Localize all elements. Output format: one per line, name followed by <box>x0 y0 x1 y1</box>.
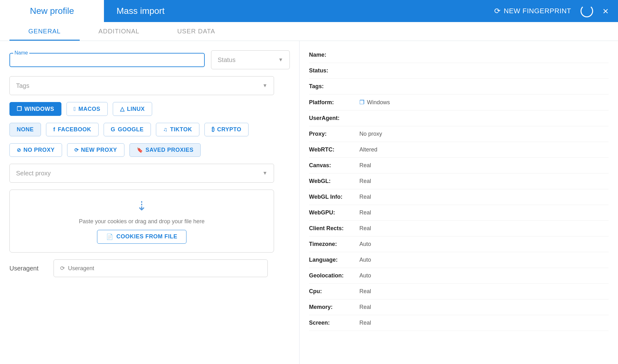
tab-general[interactable]: GENERAL <box>9 22 80 41</box>
bitcoin-icon: ₿ <box>212 126 215 133</box>
reload-icon[interactable] <box>581 5 593 17</box>
tab-additional[interactable]: ADDITIONAL <box>80 22 158 41</box>
info-label-useragent: UserAgent: <box>309 115 359 122</box>
info-row: Platform: ❐ Windows <box>309 94 609 111</box>
useragent-input[interactable] <box>68 265 261 272</box>
proxy-select[interactable]: Select proxy ▼ <box>9 164 274 183</box>
name-label: Name <box>13 50 29 56</box>
browser-tiktok-button[interactable]: ♫ TIKTOK <box>156 123 199 136</box>
info-value-webgpu: Real <box>359 209 371 216</box>
main-content: Name Status ▼ Tags ▼ ❐ WINDOWS  MACOS <box>0 41 618 364</box>
info-value-webgl: Real <box>359 178 371 185</box>
tags-chevron-icon: ▼ <box>262 83 267 88</box>
name-field-wrapper: Name <box>9 53 205 67</box>
no-proxy-icon: ⊘ <box>17 147 21 153</box>
info-value-memory: Real <box>359 304 371 310</box>
left-panel: Name Status ▼ Tags ▼ ❐ WINDOWS  MACOS <box>0 41 300 364</box>
macos-label: MACOS <box>78 106 100 112</box>
browser-crypto-button[interactable]: ₿ CRYPTO <box>204 123 249 136</box>
info-label-tags: Tags: <box>309 83 359 90</box>
info-label-webgl: WebGL: <box>309 178 359 185</box>
info-row: Client Rects: Real <box>309 221 609 236</box>
info-value-webgl-info: Real <box>359 194 371 200</box>
info-value-language: Auto <box>359 257 371 263</box>
info-label-proxy: Proxy: <box>309 131 359 137</box>
browser-button-group: NONE f FACEBOOK G GOOGLE ♫ TIKTOK ₿ CRYP… <box>9 123 290 136</box>
cookies-from-file-button[interactable]: 📄 COOKIES FROM FILE <box>97 230 186 244</box>
google-label: GOOGLE <box>118 126 144 133</box>
tiktok-icon: ♫ <box>163 126 168 133</box>
info-row: UserAgent: <box>309 111 609 126</box>
info-value-screen: Real <box>359 320 371 326</box>
info-value-client-rects: Real <box>359 225 371 232</box>
new-fingerprint-button[interactable]: ⟳ NEW FINGERPRINT <box>494 7 571 15</box>
no-proxy-button[interactable]: ⊘ NO PROXY <box>9 143 62 157</box>
proxy-type-group: ⊘ NO PROXY ⟳ NEW PROXY 🔖 SAVED PROXIES <box>9 143 290 157</box>
tags-placeholder: Tags <box>16 82 29 89</box>
google-icon: G <box>111 126 116 133</box>
info-row: Memory: Real <box>309 299 609 315</box>
platform-windows-button[interactable]: ❐ WINDOWS <box>9 102 61 116</box>
info-row: WebGL Info: Real <box>309 189 609 205</box>
tab-new-profile[interactable]: New profile <box>0 0 104 22</box>
platform-button-group: ❐ WINDOWS  MACOS △ LINUX <box>9 102 290 116</box>
fingerprint-icon: ⟳ <box>494 7 501 15</box>
header: New profile Mass import ⟳ NEW FINGERPRIN… <box>0 0 618 22</box>
info-row: Language: Auto <box>309 252 609 268</box>
crypto-label: CRYPTO <box>217 126 241 133</box>
info-row: WebRTC: Altered <box>309 142 609 158</box>
saved-proxies-label: SAVED PROXIES <box>146 147 193 153</box>
info-value-timezone: Auto <box>359 241 371 247</box>
info-row: WebGL: Real <box>309 173 609 189</box>
new-proxy-button[interactable]: ⟳ NEW PROXY <box>67 143 124 157</box>
info-row: Proxy: No proxy <box>309 126 609 142</box>
saved-proxies-icon: 🔖 <box>137 147 143 153</box>
name-input[interactable] <box>15 56 199 63</box>
none-label: NONE <box>17 126 34 133</box>
info-row: WebGPU: Real <box>309 205 609 221</box>
platform-linux-button[interactable]: △ LINUX <box>113 102 152 116</box>
info-value-proxy: No proxy <box>359 131 382 137</box>
info-label-canvas: Canvas: <box>309 162 359 169</box>
info-label-memory: Memory: <box>309 304 359 310</box>
tabs-navigation: GENERAL ADDITIONAL USER DATA <box>0 22 618 41</box>
drop-download-icon: ⇣ <box>136 199 147 213</box>
info-row: Canvas: Real <box>309 158 609 173</box>
status-select[interactable]: Status ▼ <box>211 50 290 69</box>
linux-icon: △ <box>120 105 125 112</box>
tab-user-data[interactable]: USER DATA <box>158 22 234 41</box>
right-panel: Name: Status: Tags: Platform: ❐ Windows … <box>300 41 618 364</box>
new-proxy-icon: ⟳ <box>74 147 79 153</box>
info-row: Status: <box>309 63 609 79</box>
info-value-geolocation: Auto <box>359 272 371 279</box>
info-row: Tags: <box>309 79 609 94</box>
browser-google-button[interactable]: G GOOGLE <box>104 123 151 136</box>
close-button[interactable]: × <box>603 5 609 17</box>
info-value-platform: ❐ Windows <box>359 99 390 106</box>
tags-select[interactable]: Tags ▼ <box>9 76 274 95</box>
useragent-refresh-icon[interactable]: ⟳ <box>60 265 65 272</box>
drop-text: Paste your cookies or drag and drop your… <box>79 218 204 225</box>
info-row: Cpu: Real <box>309 284 609 299</box>
info-label-webgpu: WebGPU: <box>309 209 359 216</box>
useragent-label: Useragent <box>9 265 47 272</box>
tiktok-label: TIKTOK <box>170 126 192 133</box>
info-label-screen: Screen: <box>309 320 359 326</box>
windows-icon: ❐ <box>17 105 22 112</box>
info-value-canvas: Real <box>359 162 371 169</box>
info-value-webrtc: Altered <box>359 146 377 153</box>
info-label-language: Language: <box>309 257 359 263</box>
proxy-select-placeholder: Select proxy <box>16 170 51 177</box>
browser-facebook-button[interactable]: f FACEBOOK <box>46 123 99 136</box>
saved-proxies-button[interactable]: 🔖 SAVED PROXIES <box>129 143 201 157</box>
browser-none-button[interactable]: NONE <box>9 123 41 136</box>
platform-macos-button[interactable]:  MACOS <box>66 102 108 116</box>
info-row: Screen: Real <box>309 315 609 331</box>
info-label-geolocation: Geolocation: <box>309 272 359 279</box>
cookie-drop-area[interactable]: ⇣ Paste your cookies or drag and drop yo… <box>9 190 274 253</box>
tab-mass-import[interactable]: Mass import <box>104 0 192 22</box>
status-placeholder: Status <box>218 56 236 64</box>
info-label-client-rects: Client Rects: <box>309 225 359 232</box>
no-proxy-label: NO PROXY <box>24 147 55 153</box>
platform-windows-icon: ❐ <box>359 99 364 106</box>
